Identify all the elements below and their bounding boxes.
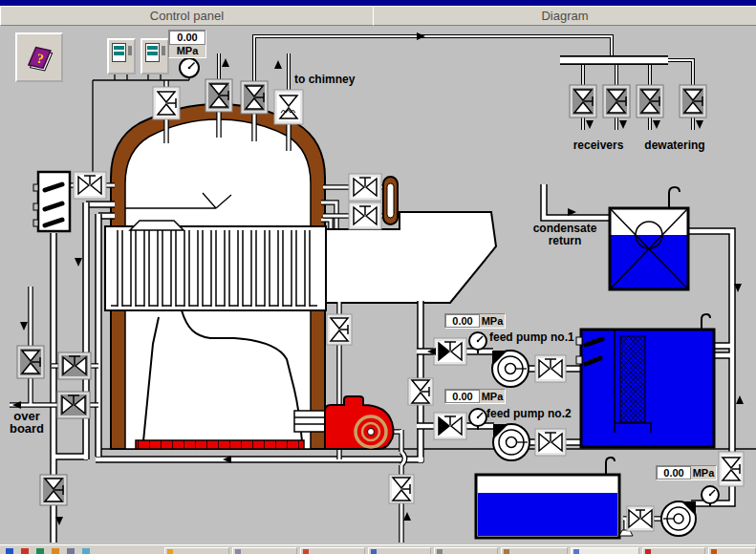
vent-hook-icon [606,458,615,475]
boiler-simulator-window: Control panel Diagram [0,0,756,554]
filter-element [620,336,645,422]
taskbar-quick-icon[interactable] [36,548,44,554]
condensate-tank [610,187,688,289]
water-gauge-glass [383,177,398,224]
pressure-unit: MPa [691,466,716,479]
label-dewatering: dewatering [637,139,713,152]
valve-gauge-right-top[interactable] [349,174,381,201]
taskbar-quick-icon[interactable] [21,548,29,554]
burner-grate [136,440,304,449]
transfer-pump[interactable] [661,501,696,536]
feed-pump1-pressure-display: 0.00 MPa [444,313,506,329]
boiler-pressure-gauge-icon [180,58,199,77]
cascade-tank [576,314,714,447]
pressure-value: 0.00 [445,390,480,403]
valve-feed-riser[interactable] [408,378,433,405]
valve-transfer-discharge[interactable] [719,452,744,486]
valve-dewatering-2[interactable] [680,85,706,117]
valve-blowdown-vertical[interactable] [17,346,44,378]
check-valve-feed-pump2[interactable] [434,413,466,439]
label-feed-pump-1: feed pump no.1 [489,331,574,344]
valve-dewatering-1[interactable] [637,85,663,117]
label-to-chimney: to chimney [294,74,355,86]
valve-aux-steam[interactable] [153,87,180,119]
controller-knob [128,46,132,55]
vent-hook-icon [669,187,680,208]
controller-display [145,43,160,62]
label-line: board [2,422,52,435]
label-condensate-return: condensate return [526,223,604,247]
valve-pump2-suction[interactable] [535,429,566,456]
pressure-unit: MPa [169,45,205,57]
taskbar-button[interactable] [368,547,431,554]
taskbar-button[interactable] [232,547,297,554]
taskbar-button[interactable] [434,547,498,554]
feed-pump-1[interactable] [492,351,529,387]
taskbar-button[interactable] [300,547,365,554]
valve-fuel-supply[interactable] [389,475,414,503]
safety-valve-controller-2[interactable] [140,38,169,75]
plant-diagram [0,0,756,554]
pressure-value: 0.00 [445,314,480,328]
valve-receiver-2[interactable] [603,85,630,117]
controller-display [112,43,126,62]
controller-knob [162,46,165,55]
pressure-value: 0.00 [169,31,205,45]
valve-circulation[interactable] [327,314,352,345]
help-button[interactable]: ? [15,32,63,82]
label-over-board: over board [2,410,52,435]
check-valve-feed-pump1[interactable] [434,338,466,365]
taskbar-quick-icon[interactable] [6,548,13,554]
valve-boiler-stop-2[interactable] [241,81,268,114]
test-cock-box[interactable] [33,172,70,231]
valve-gauge-right-bottom[interactable] [349,202,381,229]
transfer-pump-pressure-display: 0.00 MPa [656,465,717,480]
taskbar-button[interactable] [642,547,705,554]
vent-hook-icon [702,314,710,330]
pressure-value: 0.00 [657,466,691,479]
taskbar-quick-icon[interactable] [82,548,90,554]
label-receivers: receivers [562,139,635,152]
valve-pump1-suction[interactable] [535,355,566,382]
taskbar-quick-icon[interactable] [67,548,75,554]
pressure-unit: MPa [480,314,505,328]
feed-pump2-pressure-display: 0.00 MPa [444,389,506,404]
valve-blowdown-1[interactable] [58,352,91,379]
pressure-unit: MPa [480,390,505,403]
boiler-tube-bank [105,221,326,310]
valve-safety-chimney[interactable] [274,90,303,124]
taskbar-button[interactable] [501,547,568,554]
taskbar-button-active[interactable] [571,547,639,554]
valve-boiler-stop-1[interactable] [205,79,232,112]
safety-valve-controller-1[interactable] [107,38,136,75]
valve-receiver-1[interactable] [570,85,596,117]
taskbar-quick-icon[interactable] [52,548,59,554]
label-feed-pump-2: feed pump no.2 [486,408,572,420]
taskbar-button[interactable] [708,547,756,554]
valve-feedtank-outlet[interactable] [627,506,654,531]
valve-gauge-left[interactable] [74,172,106,199]
boiler-pressure-display: 0.00 MPa [168,30,206,58]
valve-bottom-drain[interactable] [40,475,67,505]
label-line: return [526,235,604,247]
valve-overboard[interactable] [57,392,90,418]
taskbar-button[interactable] [164,547,229,554]
help-book-icon: ? [18,35,60,77]
feed-pump-2[interactable] [493,424,529,460]
taskbar [0,544,756,554]
